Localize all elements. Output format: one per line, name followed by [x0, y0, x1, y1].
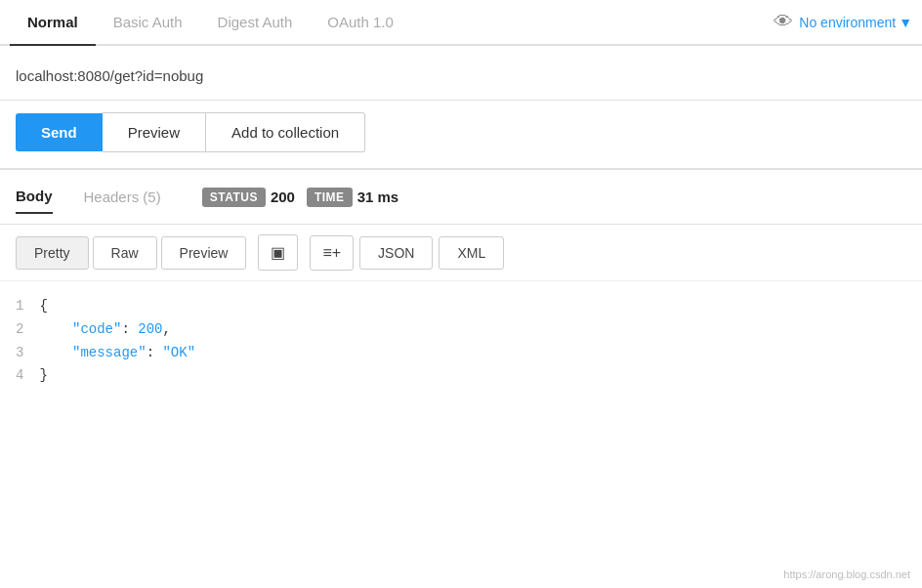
status-label: STATUS: [202, 188, 266, 207]
action-bar: Send Preview Add to collection: [0, 101, 922, 170]
environment-selector[interactable]: 👁 No environment ▼: [774, 11, 912, 33]
format-raw-button[interactable]: Raw: [93, 236, 157, 270]
code-line-2: "code": 200,: [39, 318, 195, 342]
code-line-3: "message": "OK": [39, 342, 195, 365]
time-badge: TIME 31 ms: [307, 188, 398, 207]
preview-button[interactable]: Preview: [103, 112, 206, 152]
line-num-3: 3: [16, 342, 23, 365]
tab-headers[interactable]: Headers (5): [72, 181, 173, 213]
response-header: Body Headers (5) STATUS 200 TIME 31 ms: [0, 170, 922, 225]
format-bar: Pretty Raw Preview ▣ ≡+ JSON XML: [0, 225, 922, 281]
tab-oauth[interactable]: OAuth 1.0: [310, 0, 411, 46]
code-line-1: {: [39, 295, 195, 318]
format-json-button[interactable]: JSON: [359, 236, 433, 270]
tab-normal[interactable]: Normal: [10, 0, 96, 46]
url-input[interactable]: [16, 63, 906, 88]
format-xml-button[interactable]: XML: [439, 236, 504, 270]
code-area: 1 2 3 4 { "code": 200, "message": "OK" }: [0, 281, 922, 401]
watermark: https://arong.blog.csdn.net: [783, 568, 910, 580]
tab-body[interactable]: Body: [16, 180, 53, 214]
wrap-icon-button[interactable]: ≡+: [310, 235, 354, 271]
line-num-2: 2: [16, 318, 23, 342]
environment-label[interactable]: No environment ▼: [799, 15, 912, 30]
format-preview-button[interactable]: Preview: [161, 236, 247, 270]
code-content: { "code": 200, "message": "OK" }: [39, 295, 195, 388]
url-section: [0, 46, 922, 101]
time-value: 31 ms: [357, 189, 399, 205]
tab-digest-auth[interactable]: Digest Auth: [200, 0, 311, 46]
code-line-4: }: [39, 364, 195, 388]
line-num-4: 4: [16, 364, 23, 388]
tab-bar: Normal Basic Auth Digest Auth OAuth 1.0 …: [0, 0, 922, 46]
add-to-collection-button[interactable]: Add to collection: [206, 112, 365, 152]
line-num-1: 1: [16, 295, 23, 318]
format-pretty-button[interactable]: Pretty: [16, 236, 89, 270]
line-numbers: 1 2 3 4: [16, 295, 39, 388]
send-button[interactable]: Send: [16, 113, 103, 151]
fullscreen-icon-button[interactable]: ▣: [258, 234, 298, 271]
status-badge: STATUS 200: [202, 188, 295, 207]
status-value: 200: [271, 189, 295, 205]
eye-icon: 👁: [774, 11, 793, 33]
time-label: TIME: [307, 188, 353, 207]
tab-basic-auth[interactable]: Basic Auth: [96, 0, 200, 46]
status-badges: STATUS 200 TIME 31 ms: [202, 188, 398, 207]
